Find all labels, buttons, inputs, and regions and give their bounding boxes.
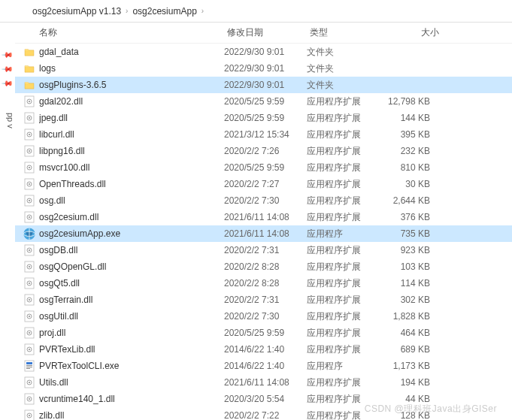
file-type: 应用程序扩展 bbox=[307, 145, 378, 158]
file-date: 2021/6/11 14:08 bbox=[224, 377, 307, 388]
file-date: 2020/5/25 9:59 bbox=[224, 96, 307, 107]
file-name: jpeg.dll bbox=[39, 113, 224, 123]
file-date: 2020/2/2 8:28 bbox=[224, 278, 307, 289]
dll-icon bbox=[23, 211, 36, 223]
file-name: libcurl.dll bbox=[39, 129, 224, 140]
file-size: 103 KB bbox=[378, 261, 442, 272]
dll-icon bbox=[23, 327, 36, 339]
file-size: 376 KB bbox=[378, 212, 442, 222]
svg-point-38 bbox=[29, 299, 30, 301]
chevron-right-icon: › bbox=[126, 7, 128, 15]
file-list: gdal_data2022/9/30 9:01文件夹logs2022/9/30 … bbox=[15, 44, 512, 420]
file-size: 689 KB bbox=[378, 344, 442, 355]
pin-icon[interactable]: 📌 bbox=[1, 49, 14, 62]
svg-point-32 bbox=[29, 266, 30, 267]
file-row[interactable]: proj.dll2020/5/25 9:59应用程序扩展464 KB bbox=[15, 325, 512, 341]
file-size: 923 KB bbox=[378, 245, 442, 255]
file-row[interactable]: zlib.dll2020/2/2 7:22应用程序扩展128 KB bbox=[15, 407, 512, 420]
file-name: Utils.dll bbox=[39, 377, 224, 388]
dll-icon bbox=[23, 195, 36, 207]
file-type: 应用程序扩展 bbox=[307, 195, 378, 207]
file-date: 2020/5/25 9:59 bbox=[224, 328, 307, 338]
file-size: 114 KB bbox=[378, 278, 442, 289]
file-size: 144 KB bbox=[378, 113, 442, 123]
column-header-type[interactable]: 类型 bbox=[307, 26, 378, 39]
file-row[interactable]: OpenThreads.dll2020/2/2 7:27应用程序扩展30 KB bbox=[15, 176, 512, 192]
file-row[interactable]: osg2cesium.dll2021/6/11 14:08应用程序扩展376 K… bbox=[15, 209, 512, 225]
file-row[interactable]: logs2022/9/30 9:01文件夹 bbox=[15, 60, 512, 77]
breadcrumb[interactable]: osg2cesiumApp v1.13 › osg2cesiumApp › bbox=[0, 0, 512, 23]
file-date: 2022/9/30 9:01 bbox=[224, 80, 307, 90]
file-date: 2020/2/2 7:31 bbox=[224, 295, 307, 305]
svg-point-58 bbox=[29, 398, 30, 400]
file-row[interactable]: gdal_data2022/9/30 9:01文件夹 bbox=[15, 44, 512, 60]
file-type: 应用程序扩展 bbox=[307, 343, 378, 356]
file-name: vcruntime140_1.dll bbox=[39, 394, 224, 404]
file-name: gdal202.dll bbox=[39, 96, 224, 107]
svg-point-11 bbox=[29, 150, 30, 152]
pin-icon[interactable]: 📌 bbox=[1, 63, 14, 77]
file-type: 应用程序 bbox=[307, 228, 378, 240]
file-date: 2020/2/2 8:28 bbox=[224, 261, 307, 272]
file-date: 2020/2/2 7:22 bbox=[224, 410, 307, 420]
file-row[interactable]: gdal202.dll2020/5/25 9:59应用程序扩展12,798 KB bbox=[15, 93, 512, 110]
file-row[interactable]: osgQt5.dll2020/2/2 8:28应用程序扩展114 KB bbox=[15, 275, 512, 292]
file-row[interactable]: libpng16.dll2020/2/2 7:26应用程序扩展232 KB bbox=[15, 143, 512, 159]
file-size: 44 KB bbox=[378, 394, 442, 404]
file-date: 2021/6/11 14:08 bbox=[224, 228, 307, 239]
file-type: 应用程序扩展 bbox=[307, 409, 378, 421]
file-name: zlib.dll bbox=[39, 410, 224, 420]
file-name: osgQt5.dll bbox=[39, 278, 224, 289]
breadcrumb-item-1[interactable]: osg2cesiumApp v1.13 bbox=[30, 6, 123, 17]
file-name: osgQOpenGL.dll bbox=[39, 261, 224, 272]
svg-point-17 bbox=[29, 183, 30, 185]
file-date: 2020/5/25 9:59 bbox=[224, 162, 307, 173]
file-size: 1,173 KB bbox=[378, 361, 442, 371]
file-name: PVRTexToolCLI.exe bbox=[39, 361, 224, 371]
file-row[interactable]: msvcr100.dll2020/5/25 9:59应用程序扩展810 KB bbox=[15, 159, 512, 176]
svg-point-23 bbox=[29, 216, 30, 218]
column-header-name[interactable]: 名称 bbox=[36, 26, 224, 39]
file-type: 应用程序扩展 bbox=[307, 112, 378, 125]
dll-icon bbox=[23, 343, 36, 355]
file-row[interactable]: jpeg.dll2020/5/25 9:59应用程序扩展144 KB bbox=[15, 110, 512, 126]
file-type: 文件夹 bbox=[307, 62, 378, 75]
file-row[interactable]: osgTerrain.dll2020/2/2 7:31应用程序扩展302 KB bbox=[15, 292, 512, 308]
file-type: 应用程序扩展 bbox=[307, 162, 378, 174]
file-type: 文件夹 bbox=[307, 79, 378, 92]
file-row[interactable]: osgUtil.dll2020/2/2 7:30应用程序扩展1,828 KB bbox=[15, 308, 512, 325]
file-row[interactable]: PVRTexLib.dll2014/6/22 1:40应用程序扩展689 KB bbox=[15, 341, 512, 358]
file-date: 2020/2/2 7:30 bbox=[224, 195, 307, 206]
folder-icon bbox=[23, 62, 36, 74]
file-row[interactable]: osgDB.dll2020/2/2 7:31应用程序扩展923 KB bbox=[15, 242, 512, 258]
file-type: 应用程序扩展 bbox=[307, 95, 378, 108]
svg-point-8 bbox=[29, 134, 30, 135]
file-row[interactable]: vcruntime140_1.dll2020/3/20 5:54应用程序扩展44… bbox=[15, 391, 512, 407]
breadcrumb-item-2[interactable]: osg2cesiumApp bbox=[130, 6, 198, 17]
svg-point-55 bbox=[29, 382, 30, 383]
file-row[interactable]: Utils.dll2021/6/11 14:08应用程序扩展194 KB bbox=[15, 374, 512, 391]
file-row[interactable]: osg.dll2020/2/2 7:30应用程序扩展2,644 KB bbox=[15, 192, 512, 209]
file-size: 30 KB bbox=[378, 179, 442, 189]
file-name: libpng16.dll bbox=[39, 146, 224, 156]
pin-icon[interactable]: 📌 bbox=[1, 77, 14, 91]
file-type: 应用程序扩展 bbox=[307, 128, 378, 141]
file-size: 810 KB bbox=[378, 162, 442, 173]
file-row[interactable]: libcurl.dll2021/3/12 15:34应用程序扩展395 KB bbox=[15, 126, 512, 143]
column-header-date[interactable]: 修改日期 bbox=[224, 26, 307, 39]
file-date: 2020/2/2 7:30 bbox=[224, 311, 307, 322]
column-header-size[interactable]: 大小 bbox=[378, 26, 442, 39]
file-size: 735 KB bbox=[378, 228, 442, 239]
file-row[interactable]: PVRTexToolCLI.exe2014/6/22 1:40应用程序1,173… bbox=[15, 358, 512, 374]
dll-icon bbox=[23, 409, 36, 420]
svg-point-41 bbox=[29, 316, 30, 317]
file-row[interactable]: osgQOpenGL.dll2020/2/2 8:28应用程序扩展103 KB bbox=[15, 258, 512, 275]
dll-icon bbox=[23, 261, 36, 273]
file-row[interactable]: osg2cesiumApp.exe2021/6/11 14:08应用程序735 … bbox=[15, 225, 512, 242]
dll-icon bbox=[23, 393, 36, 405]
file-row[interactable]: osgPlugins-3.6.52022/9/30 9:01文件夹 bbox=[15, 77, 512, 93]
file-type: 应用程序扩展 bbox=[307, 393, 378, 406]
svg-point-2 bbox=[29, 101, 30, 102]
file-list-panel: 名称 修改日期 类型 大小 gdal_data2022/9/30 9:01文件夹… bbox=[15, 23, 512, 405]
exe-globe-icon bbox=[23, 228, 36, 240]
